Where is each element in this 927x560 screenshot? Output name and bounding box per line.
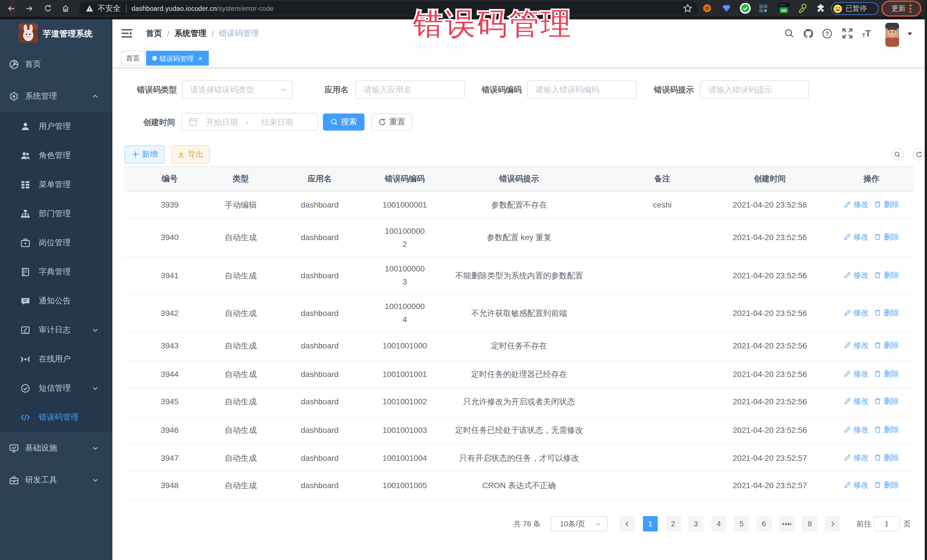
svg-text:错误码管理: 错误码管理 <box>413 6 573 40</box>
svg-text:on: on <box>781 8 786 12</box>
svg-text:?: ? <box>825 30 829 37</box>
